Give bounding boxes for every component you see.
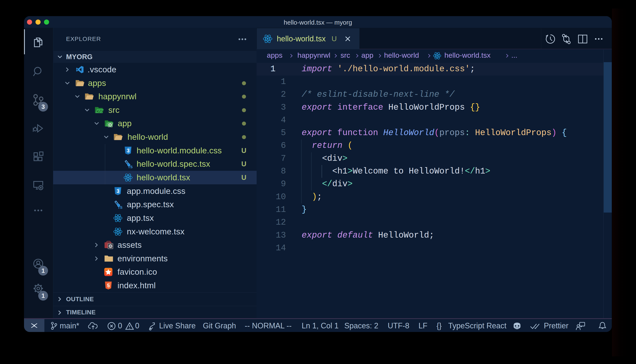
svg-text:</>: </>: [97, 110, 103, 114]
svg-text:TS: TS: [118, 206, 123, 209]
svg-text:3: 3: [117, 188, 119, 194]
svg-text:TS: TS: [128, 165, 133, 169]
svg-text:5: 5: [107, 283, 110, 288]
svg-text:3: 3: [127, 148, 130, 153]
